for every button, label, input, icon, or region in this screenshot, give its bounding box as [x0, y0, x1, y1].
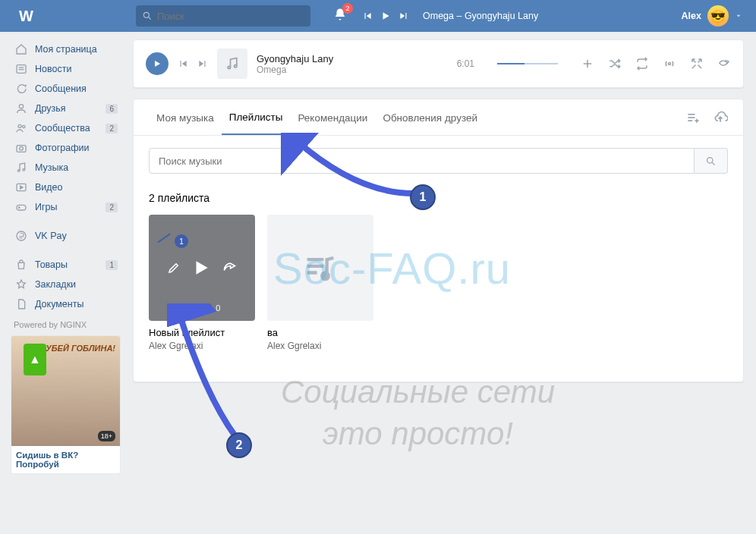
- playlist-item[interactable]: ва Alex Ggrelaxi: [267, 215, 373, 351]
- playlist-author[interactable]: Alex Ggrelaxi: [267, 341, 373, 351]
- bag-icon: [14, 259, 29, 271]
- playlist-track-count: ≡ 4: [184, 303, 196, 313]
- svg-point-0: [143, 12, 149, 17]
- track-title[interactable]: Gyongyhaju Lany: [257, 53, 333, 64]
- music-icon: [14, 162, 29, 174]
- tab-recommendations[interactable]: Рекомендации: [290, 100, 375, 134]
- svg-point-21: [669, 63, 671, 65]
- play-icon[interactable]: [380, 11, 391, 21]
- nav-music[interactable]: Музыка: [11, 158, 121, 177]
- share-icon[interactable]: [222, 260, 237, 275]
- prev-icon[interactable]: [178, 58, 188, 69]
- user-menu[interactable]: Alex 😎: [682, 5, 750, 27]
- player-card: Gyongyhaju Lany Omega 6:01: [133, 39, 744, 88]
- playlist-default-icon: [301, 248, 340, 287]
- nav-badge: 2: [106, 203, 118, 212]
- avatar: 😎: [707, 5, 729, 27]
- track-artist[interactable]: Omega: [257, 64, 333, 75]
- track-cover: [217, 49, 247, 79]
- share-icon[interactable]: [717, 57, 731, 71]
- nav-label: Видео: [35, 182, 63, 193]
- add-icon[interactable]: [581, 57, 594, 71]
- ad-image: ▲ 18+: [11, 336, 120, 446]
- ruble-icon: [14, 230, 29, 242]
- svg-point-27: [707, 157, 713, 163]
- nav-vkpay[interactable]: VK Pay: [11, 226, 121, 246]
- nav-my-page[interactable]: Моя страница: [11, 39, 121, 59]
- nav-label: Новости: [35, 64, 71, 74]
- svg-line-28: [712, 162, 714, 165]
- nav-news[interactable]: Новости: [11, 59, 121, 79]
- nav-badge: 6: [106, 104, 118, 114]
- search-input[interactable]: [157, 11, 304, 22]
- notification-badge: 2: [342, 3, 353, 14]
- games-icon: [14, 201, 29, 213]
- video-icon: [14, 181, 29, 193]
- age-badge: 18+: [98, 431, 115, 441]
- repeat-icon[interactable]: [635, 57, 649, 71]
- tab-playlists[interactable]: Плейлисты: [222, 99, 291, 135]
- news-icon: [14, 63, 29, 75]
- nav-label: Музыка: [35, 162, 68, 173]
- message-icon: [14, 83, 29, 95]
- shuffle-icon[interactable]: [608, 57, 622, 71]
- ad-card[interactable]: ▲ 18+ Сидишь в ВК? Попробуй: [11, 335, 121, 474]
- nav-video[interactable]: Видео: [11, 177, 121, 197]
- music-tabs: Моя музыка Плейлисты Рекомендации Обновл…: [134, 99, 743, 136]
- nav-photos[interactable]: Фотографии: [11, 138, 121, 158]
- nav-label: Фотографии: [35, 143, 89, 153]
- add-playlist-icon[interactable]: [685, 110, 701, 125]
- ad-title: Сидишь в ВК? Попробуй: [11, 446, 120, 473]
- nav-games[interactable]: Игры2: [11, 197, 121, 217]
- prev-icon[interactable]: [362, 11, 373, 21]
- nav-bookmarks[interactable]: Закладки: [11, 275, 121, 294]
- nav-badge: 1: [106, 260, 118, 270]
- svg-point-32: [322, 273, 329, 280]
- expand-icon[interactable]: [690, 57, 704, 71]
- volume-slider[interactable]: [497, 63, 558, 64]
- playlist-play-count: 🎧 0: [203, 303, 220, 313]
- tab-my-music[interactable]: Моя музыка: [149, 100, 222, 134]
- tab-friends-updates[interactable]: Обновления друзей: [375, 100, 485, 134]
- upload-icon[interactable]: [713, 110, 728, 125]
- next-icon[interactable]: [197, 58, 208, 69]
- music-search-button[interactable]: [695, 148, 728, 174]
- notifications-button[interactable]: 2: [333, 8, 347, 24]
- svg-point-18: [235, 65, 237, 68]
- nav-communities[interactable]: Сообщества2: [11, 118, 121, 138]
- playlist-author[interactable]: Alex Ggrelaxi: [149, 341, 255, 351]
- nav-label: Закладки: [35, 279, 76, 290]
- nav-friends[interactable]: Друзья6: [11, 99, 121, 118]
- home-icon: [14, 43, 29, 55]
- nav-market[interactable]: Товары1: [11, 255, 121, 275]
- playlist-cover: [267, 215, 373, 321]
- topbar: W 2 Omega – Gyongyhaju Lany Alex 😎: [0, 0, 756, 32]
- chevron-down-icon: [735, 12, 742, 20]
- svg-rect-13: [17, 205, 26, 210]
- nav-label: VK Pay: [35, 231, 67, 241]
- music-search-input[interactable]: [149, 148, 695, 174]
- vk-logo-icon[interactable]: W: [12, 5, 33, 27]
- playlist-cover: 1 ≡ 4 🎧 0: [149, 215, 255, 321]
- nav-badge: 2: [106, 124, 118, 134]
- svg-point-16: [17, 231, 26, 240]
- play-icon[interactable]: [191, 258, 211, 278]
- play-button[interactable]: [146, 52, 169, 75]
- svg-point-10: [17, 170, 20, 172]
- broadcast-icon[interactable]: [663, 57, 676, 71]
- playlist-name[interactable]: ва: [267, 327, 373, 339]
- nav-docs[interactable]: Документы: [11, 294, 121, 314]
- svg-point-5: [19, 105, 23, 108]
- nav-messages[interactable]: Сообщения: [11, 79, 121, 99]
- playlist-item[interactable]: 1 ≡ 4 🎧 0 Новый плейлист Alex Ggrelaxi: [149, 215, 255, 351]
- topbar-track-title[interactable]: Omega – Gyongyhaju Lany: [423, 11, 538, 21]
- playlist-name[interactable]: Новый плейлист: [149, 327, 255, 339]
- svg-point-11: [23, 168, 25, 171]
- search-icon: [142, 11, 153, 21]
- edit-icon[interactable]: [167, 261, 181, 275]
- svg-point-9: [20, 146, 24, 150]
- powered-by: Powered by NGINX: [11, 314, 121, 335]
- star-icon: [14, 278, 29, 291]
- next-icon[interactable]: [398, 11, 409, 21]
- global-search[interactable]: [136, 5, 310, 27]
